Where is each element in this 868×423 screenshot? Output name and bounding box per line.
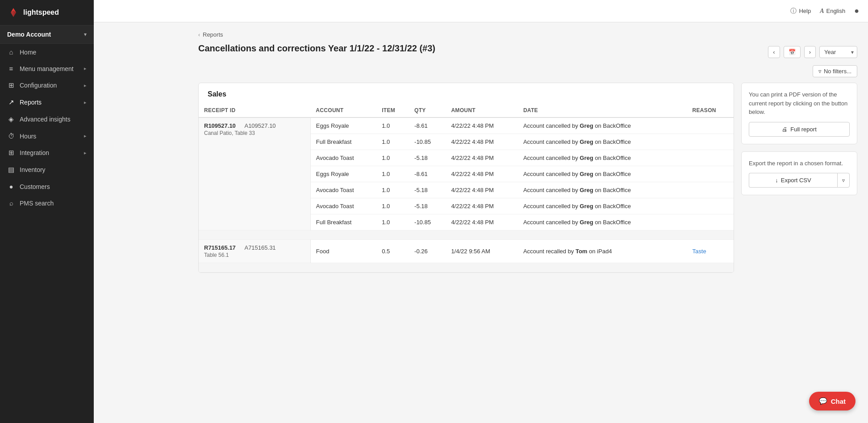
user-icon: ● [854,6,859,16]
export-dropdown-button[interactable]: ▿ [837,173,850,188]
filter-icon: ▿ [818,68,822,75]
reason2-cell [687,150,734,166]
sidebar-item-advanced-insights[interactable]: ◈ Advanced insights [0,111,94,128]
period-select-wrapper: Year Day Week Month Quarter [819,46,857,58]
table-row: R715165.17 A715165.31 Table 56.1 Food0.5… [199,240,734,263]
expand-arrow-integration: ▸ [84,150,87,156]
reason-cell: Account cancelled by Greg on BackOffice [518,198,687,214]
sidebar-item-menu-management[interactable]: ≡ Menu management ▸ [0,60,94,77]
item-cell: Full Breakfast [310,214,376,230]
nav-list: ⌂ Home ≡ Menu management ▸ ⊞ Configurati… [0,44,94,211]
pdf-description: You can print a PDF version of the curre… [749,90,850,117]
reason2-cell [687,134,734,150]
account-id: A109527.10 [244,122,275,129]
item-cell: Full Breakfast [310,134,376,150]
breadcrumb: ‹ Reports [198,31,857,38]
chat-button[interactable]: 💬 Chat [809,392,855,410]
account-selector[interactable]: Demo Account ▾ [0,25,94,44]
hours-icon: ⏱ [7,132,15,140]
side-panel: You can print a PDF version of the curre… [741,83,857,195]
sidebar-label-pms-search: PMS search [20,200,54,207]
item-cell: Eggs Royale [310,117,376,134]
page-toolbar: Cancellations and corrections Year 1/1/2… [198,43,857,61]
sidebar-item-configuration[interactable]: ⊞ Configuration ▸ [0,77,94,94]
item-cell: Eggs Royale [310,166,376,182]
help-label: Help [799,8,811,14]
amount-cell: -8.61 [409,117,446,134]
reason-cell: Account cancelled by Greg on BackOffice [518,150,687,166]
user-profile-button[interactable]: ● [854,6,859,16]
col-reason1: Reason [687,104,734,117]
sidebar-label-reports: Reports [20,99,42,106]
sidebar: lightspeed Demo Account ▾ ⌂ Home ≡ Menu … [0,0,94,423]
receipt-id: R715165.17 [204,244,236,251]
qty-cell: 1.0 [376,182,409,198]
prev-period-button[interactable]: ‹ [768,46,780,58]
reports-icon: ↗ [7,98,15,106]
receipt-info-cell: R715165.17 A715165.31 Table 56.1 [199,240,310,263]
language-selector[interactable]: A English [820,8,845,15]
advanced-insights-icon: ◈ [7,115,15,123]
amount-cell: -10.85 [409,214,446,230]
sidebar-item-inventory[interactable]: ▤ Inventory [0,161,94,178]
breadcrumb-parent[interactable]: Reports [203,31,223,38]
reason2-cell [687,166,734,182]
help-button[interactable]: ⓘ Help [790,7,811,15]
sidebar-item-integration[interactable]: ⊞ Integration ▸ [0,144,94,161]
reason2-cell [687,182,734,198]
inventory-icon: ▤ [7,166,15,174]
filter-button[interactable]: ▿ No filters... [813,65,857,77]
next-period-button[interactable]: › [804,46,816,58]
full-report-label: Full report [790,126,817,133]
reason2-link[interactable]: Taste [693,248,706,255]
receipt-info-cell: R109527.10 A109527.10 Canal Patio, Table… [199,117,310,230]
menu-management-icon: ≡ [7,65,15,72]
sidebar-item-pms-search[interactable]: ⌕ PMS search [0,195,94,211]
filter-label: No filters... [824,68,851,75]
export-panel: Export the report in a chosen format. ↓ … [741,151,857,196]
integration-icon: ⊞ [7,149,15,157]
sidebar-item-hours[interactable]: ⏱ Hours ▸ [0,128,94,144]
sidebar-label-customers: Customers [20,183,50,190]
reason2-cell: Taste [687,240,734,263]
language-label: English [826,8,845,14]
expand-arrow-configuration: ▸ [84,83,87,88]
amount-cell: -5.18 [409,198,446,214]
amount-cell: -10.85 [409,134,446,150]
group-spacer [199,230,734,240]
language-icon: A [820,8,824,15]
sidebar-item-customers[interactable]: ● Customers [0,178,94,195]
help-icon: ⓘ [790,7,797,15]
chat-label: Chat [831,398,846,405]
breadcrumb-back-icon: ‹ [198,32,200,38]
item-cell: Avocado Toast [310,198,376,214]
main-content: ‹ Reports Cancellations and corrections … [188,22,868,423]
sidebar-label-home: Home [20,49,36,56]
reason-cell: Account cancelled by Greg on BackOffice [518,166,687,182]
date-cell: 4/22/22 4:48 PM [446,134,518,150]
receipt-id: R109527.10 [204,122,236,129]
qty-cell: 0.5 [376,240,409,263]
calendar-button[interactable]: 📅 [784,46,801,58]
expand-arrow-reports: ▸ [84,100,87,105]
download-icon: ↓ [775,177,778,184]
period-select[interactable]: Year Day Week Month Quarter [819,46,857,58]
sidebar-label-menu-management: Menu management [20,65,74,72]
reason-cell: Account cancelled by Greg on BackOffice [518,117,687,134]
qty-cell: 1.0 [376,134,409,150]
sidebar-item-reports[interactable]: ↗ Reports ▸ [0,94,94,111]
export-csv-button[interactable]: ↓ Export CSV [749,173,837,188]
export-csv-label: Export CSV [781,177,811,184]
account-name: Demo Account [7,31,51,38]
date-cell: 1/4/22 9:56 AM [446,240,518,263]
sidebar-logo: lightspeed [0,0,94,25]
home-icon: ⌂ [7,48,15,56]
date-cell: 4/22/22 4:48 PM [446,214,518,230]
full-report-button[interactable]: 🖨 Full report [749,122,850,137]
qty-cell: 1.0 [376,214,409,230]
sidebar-label-configuration: Configuration [20,82,57,89]
export-btn-group: ↓ Export CSV ▿ [749,173,850,188]
item-cell: Avocado Toast [310,182,376,198]
sidebar-item-home[interactable]: ⌂ Home [0,44,94,60]
reason-cell: Account recalled by Tom on iPad4 [518,240,687,263]
